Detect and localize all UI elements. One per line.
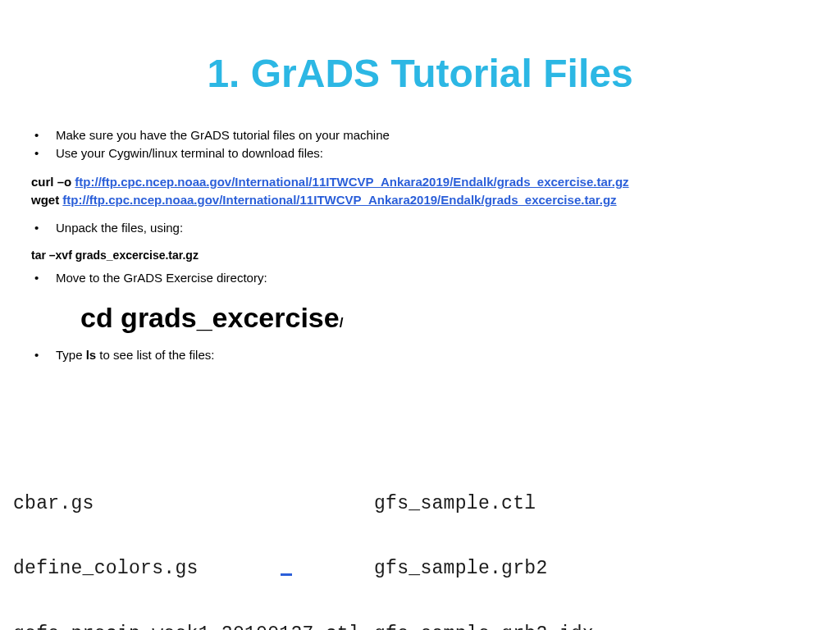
tar-cmd: tar –xvf: [31, 249, 75, 262]
file-name: gefs_precip_week1_20190127.ctl: [13, 623, 374, 631]
file-name: define_colors.gs: [13, 558, 374, 579]
curl-prefix: curl –o: [31, 175, 75, 189]
file-listing: cbar.gsgfs_sample.ctl define_colors.gsgf…: [13, 450, 827, 630]
bullet-item: Make sure you have the GrADS tutorial fi…: [31, 127, 809, 144]
file-name: cbar.gs: [13, 493, 374, 514]
bullet-item: Use your Cygwin/linux terminal to downlo…: [31, 145, 809, 162]
curl-link[interactable]: ftp://ftp.cpc.ncep.noaa.gov/Internationa…: [75, 175, 628, 189]
bullet-item: Move to the GrADS Exercise directory:: [31, 270, 809, 286]
tar-command: tar –xvf grads_excercise.tar.gz: [31, 248, 809, 263]
ls-pre: Type: [56, 348, 86, 362]
content-body: Make sure you have the GrADS tutorial fi…: [0, 127, 840, 364]
page-title: 1. GrADS Tutorial Files: [0, 51, 840, 96]
wget-command: wget ftp://ftp.cpc.ncep.noaa.gov/Interna…: [31, 192, 809, 208]
underline-mark: [281, 573, 292, 576]
bullet-group-4: Type ls to see list of the files:: [31, 347, 809, 363]
wget-link[interactable]: ftp://ftp.cpc.ncep.noaa.gov/Internationa…: [62, 193, 616, 207]
bullet-item: Type ls to see list of the files:: [31, 347, 809, 363]
curl-command: curl –o ftp://ftp.cpc.ncep.noaa.gov/Inte…: [31, 174, 809, 190]
file-name: gfs_sample.grb2.idx: [374, 623, 594, 631]
cd-command: cd grads_excercise/: [31, 299, 809, 337]
bullet-group-3: Move to the GrADS Exercise directory:: [31, 270, 809, 286]
cd-slash: /: [340, 315, 344, 331]
ls-cmd: ls: [86, 348, 97, 362]
ls-post: to see list of the files:: [96, 348, 214, 362]
bullet-group-1: Make sure you have the GrADS tutorial fi…: [31, 127, 809, 162]
cd-text: cd grads_excercise: [80, 302, 340, 333]
wget-prefix: wget: [31, 193, 62, 207]
bullet-item: Unpack the files, using:: [31, 220, 809, 236]
file-name: gfs_sample.ctl: [374, 493, 536, 514]
tar-file: grads_excercise.tar.gz: [75, 249, 199, 262]
bullet-group-2: Unpack the files, using:: [31, 220, 809, 236]
file-name: gfs_sample.grb2: [374, 558, 548, 579]
